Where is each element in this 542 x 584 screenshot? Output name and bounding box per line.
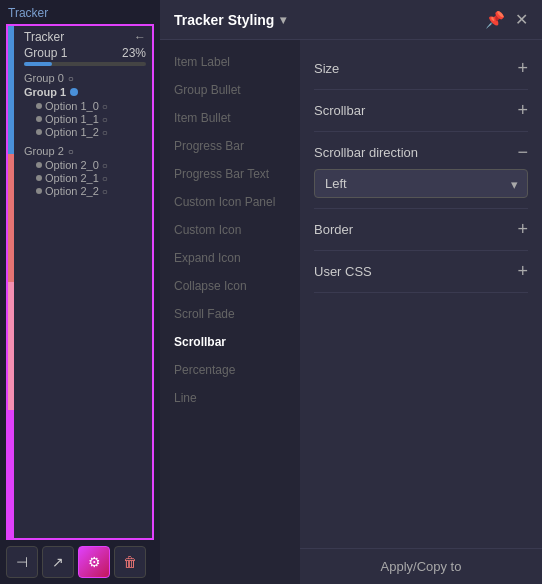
item-node-1: Option 1_1 ○ [24,113,146,125]
direction-label: Scrollbar direction [314,145,418,160]
list-item-collapse-icon[interactable]: Collapse Icon [160,272,300,300]
item-node-5: Option 2_2 ○ [24,185,146,197]
list-item-percentage[interactable]: Percentage [160,356,300,384]
apply-copy-btn[interactable]: Apply/Copy to [381,559,462,574]
chevron-icon[interactable]: ▾ [280,13,286,27]
group-row-value: 23% [122,46,146,60]
group2-label: Group 2 [24,145,64,157]
item-badge-1: ○ [102,114,108,125]
pin-icon[interactable]: 📌 [485,10,505,29]
setting-control-3[interactable]: + [517,219,528,240]
settings-footer: Apply/Copy to [300,548,542,584]
setting-control-0[interactable]: + [517,58,528,79]
item-dot-2 [36,129,42,135]
list-item-progress-bar[interactable]: Progress Bar [160,132,300,160]
setting-row-border: Border + [314,209,528,251]
list-item-scroll-fade[interactable]: Scroll Fade [160,300,300,328]
item-node-2: Option 1_2 ○ [24,126,146,138]
list-item-progress-bar-text[interactable]: Progress Bar Text [160,160,300,188]
item-badge-0: ○ [102,101,108,112]
setting-row-scrollbar-direction: Scrollbar direction − LeftRightTopBottom [314,132,528,209]
progress-bar-container [24,62,146,66]
list-item-group-bullet[interactable]: Group Bullet [160,76,300,104]
tracker-name: Tracker [24,30,64,44]
settings-title-text: Tracker Styling [174,12,274,28]
color-bar [8,26,14,538]
group2-icon: ○ [68,146,74,157]
item-node-0: Option 1_0 ○ [24,100,146,112]
settings-panel: Tracker Styling ▾ 📌 ✕ Item LabelGroup Bu… [160,0,542,584]
item-dot-1 [36,116,42,122]
list-item-expand-icon[interactable]: Expand Icon [160,244,300,272]
item-node-4: Option 2_1 ○ [24,172,146,184]
item-label-0: Option 1_0 [45,100,99,112]
color-seg-4 [8,410,14,538]
item-label-2: Option 1_2 [45,126,99,138]
group2-node: Group 2 ○ [24,145,146,157]
direction-header: Scrollbar direction − [314,142,528,163]
item-dot-3 [36,162,42,168]
list-item-custom-icon-panel[interactable]: Custom Icon Panel [160,188,300,216]
setting-control-4[interactable]: + [517,261,528,282]
list-item-item-bullet[interactable]: Item Bullet [160,104,300,132]
item-badge-4: ○ [102,173,108,184]
setting-row-scrollbar: Scrollbar + [314,90,528,132]
setting-row-size: Size + [314,48,528,90]
list-item-custom-icon[interactable]: Custom Icon [160,216,300,244]
list-item-line[interactable]: Line [160,384,300,412]
close-icon[interactable]: ✕ [515,10,528,29]
setting-label-1: Scrollbar [314,103,365,118]
tree-section: Group 0 ○ Group 1 Option 1_0 ○ Option 1_… [24,72,146,197]
item-label-1: Option 1_1 [45,113,99,125]
group1-icon [70,88,78,96]
item-label-3: Option 2_0 [45,159,99,171]
toolbar-btn-collapse[interactable]: ⊣ [6,546,38,578]
list-item-scrollbar[interactable]: Scrollbar [160,328,300,356]
item-dot-4 [36,175,42,181]
tracker-header-row: Tracker ← [24,30,146,44]
color-seg-1 [8,26,14,154]
settings-content: Size + Scrollbar + Scrollbar direction −… [300,40,542,548]
settings-header: Tracker Styling ▾ 📌 ✕ [160,0,542,40]
group0-icon: ○ [68,73,74,84]
group1-label: Group 1 [24,86,66,98]
toolbar-btn-delete[interactable]: 🗑 [114,546,146,578]
item-badge-5: ○ [102,186,108,197]
setting-label-3: Border [314,222,353,237]
toolbar-btn-settings[interactable]: ⚙ [78,546,110,578]
setting-row-user-css: User CSS + [314,251,528,293]
left-panel: Tracker Tracker ← Group 1 23% Group 0 [0,0,160,584]
color-seg-2 [8,154,14,282]
settings-title: Tracker Styling ▾ [174,12,286,28]
item-label-4: Option 2_1 [45,172,99,184]
color-seg-3 [8,282,14,410]
item-label-5: Option 2_2 [45,185,99,197]
right-panel: Tracker Styling ▾ 📌 ✕ Item LabelGroup Bu… [160,0,542,584]
progress-bar-fill [24,62,52,66]
header-icons: 📌 ✕ [485,10,528,29]
group1-node: Group 1 [24,86,146,98]
direction-minus-icon[interactable]: − [517,142,528,163]
direction-select-wrapper: LeftRightTopBottom [314,169,528,198]
tracker-arrow: ← [134,30,146,44]
middle-list: Item LabelGroup BulletItem BulletProgres… [160,40,300,584]
setting-control-1[interactable]: + [517,100,528,121]
group-row-label: Group 1 [24,46,67,60]
group0-node: Group 0 ○ [24,72,146,84]
setting-label-0: Size [314,61,339,76]
item-badge-2: ○ [102,127,108,138]
setting-label-4: User CSS [314,264,372,279]
item-dot-5 [36,188,42,194]
item-node-3: Option 2_0 ○ [24,159,146,171]
tracker-widget: Tracker ← Group 1 23% Group 0 ○ Group 1 [6,24,154,540]
tracker-label: Tracker [6,6,154,20]
list-item-item-label[interactable]: Item Label [160,48,300,76]
group-row: Group 1 23% [24,46,146,60]
item-badge-3: ○ [102,160,108,171]
group0-label: Group 0 [24,72,64,84]
bottom-toolbar: ⊣ ↗ ⚙ 🗑 [6,546,154,578]
item-dot-0 [36,103,42,109]
direction-select[interactable]: LeftRightTopBottom [314,169,528,198]
toolbar-btn-open[interactable]: ↗ [42,546,74,578]
